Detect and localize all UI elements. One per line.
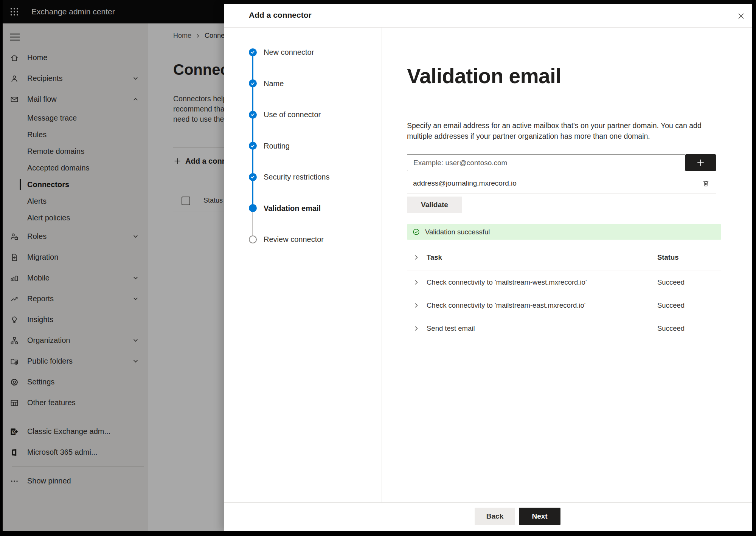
task-row: Check connectivity to 'mailstream-west.m… bbox=[407, 271, 721, 294]
step-pending-icon bbox=[249, 235, 257, 243]
wizard-step-validation-email[interactable]: Validation email bbox=[224, 203, 378, 214]
wizard-step-routing[interactable]: Routing bbox=[224, 141, 378, 151]
address-email: address@journaling.mxrecord.io bbox=[413, 179, 517, 187]
email-input-row bbox=[407, 154, 716, 171]
panel-footer: Back Next bbox=[224, 502, 752, 531]
panel-title: Add a connector bbox=[249, 4, 312, 27]
step-completed-icon bbox=[249, 142, 257, 150]
trash-icon[interactable] bbox=[701, 178, 711, 188]
task-row: Send test email Succeed bbox=[407, 317, 721, 340]
task-status: Succeed bbox=[657, 301, 721, 310]
close-icon[interactable] bbox=[734, 9, 748, 23]
step-completed-icon bbox=[249, 79, 257, 87]
banner-text: Validation successful bbox=[425, 228, 490, 236]
task-name: Check connectivity to 'mailstream-west.m… bbox=[427, 278, 657, 287]
step-completed-icon bbox=[249, 48, 257, 56]
panel-body: New connectorNameUse of connectorRouting… bbox=[224, 27, 752, 503]
add-connector-panel: Add a connector New connectorNameUse of … bbox=[224, 4, 752, 531]
expand-chevron-icon[interactable] bbox=[412, 301, 421, 310]
wizard-step-label: Review connector bbox=[264, 234, 324, 245]
step-completed-icon bbox=[249, 173, 257, 181]
validate-button[interactable]: Validate bbox=[407, 197, 462, 213]
task-row: Check connectivity to 'mailstream-east.m… bbox=[407, 294, 721, 317]
wizard-step-label: Security restrictions bbox=[264, 172, 330, 182]
wizard-step-label: New connector bbox=[264, 47, 314, 57]
wizard-step-name[interactable]: Name bbox=[224, 78, 378, 89]
wizard-step-use-of-connector[interactable]: Use of connector bbox=[224, 109, 378, 120]
panel-header: Add a connector bbox=[224, 4, 752, 28]
next-button[interactable]: Next bbox=[519, 508, 560, 525]
expand-chevron-icon[interactable] bbox=[412, 324, 421, 333]
wizard-step-new-connector[interactable]: New connector bbox=[224, 47, 378, 57]
back-button[interactable]: Back bbox=[475, 508, 515, 525]
wizard-step-label: Validation email bbox=[264, 203, 321, 214]
step-page-title: Validation email bbox=[407, 64, 561, 88]
task-status: Succeed bbox=[657, 278, 721, 287]
step-completed-icon bbox=[249, 111, 257, 119]
validation-success-banner: Validation successful bbox=[407, 224, 721, 240]
tasks-table-header: Task Status bbox=[407, 244, 721, 271]
expand-chevron-icon[interactable] bbox=[412, 278, 421, 287]
task-status: Succeed bbox=[657, 324, 721, 333]
wizard-step-security-restrictions[interactable]: Security restrictions bbox=[224, 172, 378, 182]
tasks-table: Task Status Check connectivity to 'mails… bbox=[407, 244, 721, 340]
success-check-icon bbox=[413, 228, 420, 235]
task-column-header: Task bbox=[427, 253, 657, 262]
wizard-step-label: Name bbox=[264, 78, 284, 89]
email-input[interactable] bbox=[407, 154, 685, 171]
wizard-step-review-connector[interactable]: Review connector bbox=[224, 234, 378, 245]
task-name: Check connectivity to 'mailstream-east.m… bbox=[427, 301, 657, 310]
wizard-step-label: Routing bbox=[264, 141, 290, 151]
step-current-icon bbox=[249, 204, 257, 212]
wizard-step-label: Use of connector bbox=[264, 109, 321, 120]
status-column-header: Status bbox=[657, 253, 721, 262]
step-page-description: Specify an email address for an active m… bbox=[407, 120, 726, 141]
wizard-steps: New connectorNameUse of connectorRouting… bbox=[224, 27, 382, 503]
add-email-button[interactable] bbox=[685, 154, 716, 171]
task-name: Send test email bbox=[427, 324, 657, 333]
step-connector-line-done bbox=[252, 52, 253, 208]
expand-all-chevron-icon[interactable] bbox=[412, 253, 421, 262]
address-list-item: address@journaling.mxrecord.io bbox=[407, 173, 716, 194]
validation-email-pane: Validation email Specify an email addres… bbox=[382, 27, 752, 503]
